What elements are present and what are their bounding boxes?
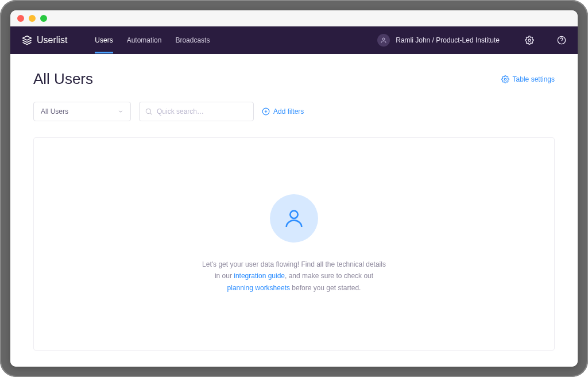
search-icon [145, 107, 153, 116]
controls-row: All Users Add filters [33, 102, 555, 121]
gear-icon [501, 75, 509, 83]
device-frame: Userlist Users Automation Broadcasts Ram… [0, 0, 588, 377]
nav-link-users[interactable]: Users [95, 27, 113, 53]
page-title: All Users [33, 70, 93, 88]
window: Userlist Users Automation Broadcasts Ram… [10, 10, 578, 367]
user-icon [283, 207, 305, 230]
topnav: Userlist Users Automation Broadcasts Ram… [10, 26, 578, 54]
settings-button[interactable] [525, 36, 534, 45]
search-field[interactable] [139, 102, 254, 121]
logo-icon [22, 35, 32, 45]
search-input[interactable] [139, 102, 254, 121]
svg-point-0 [382, 38, 385, 40]
integration-guide-link[interactable]: integration guide [234, 272, 285, 280]
empty-state-text: Let's get your user data flowing! Find a… [202, 259, 386, 294]
maximize-window-icon[interactable] [40, 15, 47, 22]
brand-name: Userlist [37, 35, 67, 45]
table-settings-label: Table settings [513, 75, 555, 83]
avatar-icon [377, 34, 390, 47]
segment-select-value: All Users [41, 107, 68, 116]
svg-point-1 [528, 39, 531, 41]
empty-state-icon-bg [270, 194, 318, 243]
window-chrome [10, 10, 578, 26]
empty-state-card: Let's get your user data flowing! Find a… [33, 137, 555, 351]
nav-links: Users Automation Broadcasts [95, 27, 210, 53]
add-filters-label: Add filters [273, 107, 304, 116]
nav-link-broadcasts[interactable]: Broadcasts [175, 27, 210, 53]
add-filters-button[interactable]: Add filters [262, 107, 304, 116]
segment-select[interactable]: All Users [33, 102, 131, 121]
table-settings-button[interactable]: Table settings [501, 75, 555, 83]
help-button[interactable] [557, 36, 566, 45]
svg-line-6 [150, 113, 152, 115]
gear-icon [525, 36, 534, 45]
svg-point-10 [290, 211, 297, 218]
svg-point-4 [504, 78, 506, 80]
empty-line2-pre: in our [215, 272, 234, 280]
plus-circle-icon [262, 107, 270, 116]
svg-point-5 [146, 109, 150, 113]
brand[interactable]: Userlist [22, 35, 67, 45]
minimize-window-icon[interactable] [29, 15, 36, 22]
empty-line1: Let's get your user data flowing! Find a… [202, 260, 386, 268]
nav-link-automation[interactable]: Automation [127, 27, 162, 53]
help-icon [557, 36, 566, 45]
page-header: All Users Table settings [33, 70, 555, 88]
main-content: All Users Table settings All Users [10, 54, 578, 367]
empty-line2-mid: , and make sure to check out [285, 272, 373, 280]
close-window-icon[interactable] [17, 15, 24, 22]
chevron-down-icon [118, 109, 123, 114]
empty-line3-post: before you get started. [290, 284, 361, 292]
nav-user-label: Ramli John / Product-Led Institute [396, 36, 500, 44]
planning-worksheets-link[interactable]: planning worksheets [227, 284, 290, 292]
nav-user[interactable]: Ramli John / Product-Led Institute [377, 34, 500, 47]
